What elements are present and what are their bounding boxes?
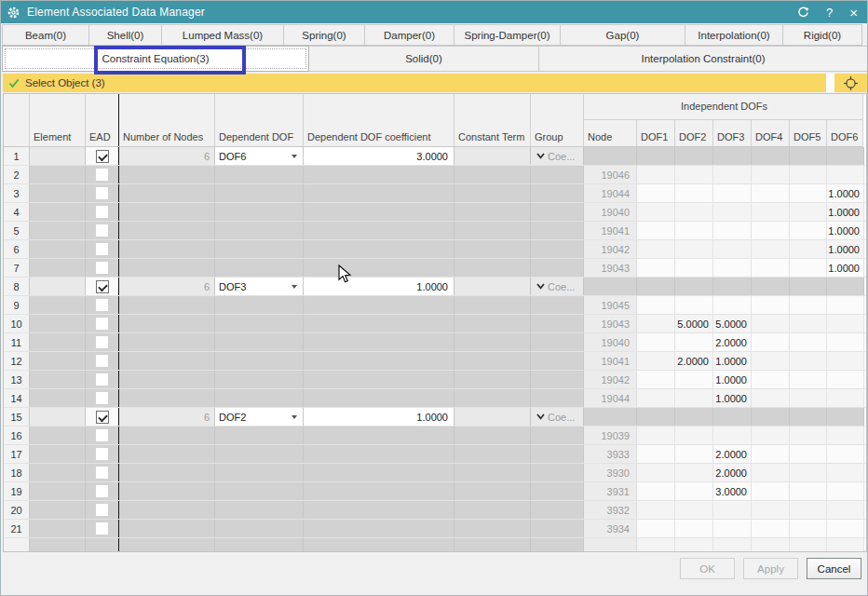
cell-node[interactable]: 3931 xyxy=(584,482,637,500)
row-number[interactable]: 10 xyxy=(4,315,30,332)
row-number[interactable]: 13 xyxy=(4,371,30,388)
cell-dof5[interactable] xyxy=(790,222,827,239)
cell-dof4[interactable] xyxy=(752,166,790,183)
row-number[interactable]: 14 xyxy=(4,389,30,407)
cell-dof1[interactable] xyxy=(637,371,675,388)
cell-dof2[interactable] xyxy=(675,520,713,537)
cell-dof4[interactable] xyxy=(752,203,790,221)
cell-dof2[interactable] xyxy=(675,445,713,463)
pick-target-button[interactable] xyxy=(834,74,867,92)
cell-dof2[interactable]: 2.0000 xyxy=(675,352,713,370)
cell-node[interactable]: 19043 xyxy=(584,315,637,332)
cell-node[interactable]: 19041 xyxy=(584,352,637,370)
cell-dof2[interactable] xyxy=(675,222,713,239)
cell-node[interactable]: 19041 xyxy=(584,222,637,239)
cell-dof2[interactable] xyxy=(675,427,713,444)
cell-dof6[interactable]: 1.0000 xyxy=(827,240,864,258)
tab-gap-0[interactable]: Gap(0) xyxy=(560,24,685,46)
tab-interpolation-constraint-0[interactable]: Interpolation Constraint(0) xyxy=(538,46,868,72)
dependent-dof-coefficient-input[interactable]: 3.0000 xyxy=(304,147,454,165)
row-number[interactable]: 15 xyxy=(4,408,30,426)
cell-dof5[interactable] xyxy=(790,482,827,500)
cell-dof3[interactable]: 1.0000 xyxy=(713,371,752,388)
row-number[interactable]: 21 xyxy=(4,520,30,537)
cell-dof3[interactable]: 2.0000 xyxy=(713,333,752,351)
cell-dof2[interactable] xyxy=(675,184,713,202)
ead-checkbox[interactable] xyxy=(96,187,108,199)
cell-dof1[interactable] xyxy=(637,445,675,463)
cell-dof5[interactable] xyxy=(790,389,827,407)
cell-dof6[interactable]: 1.0000 xyxy=(827,222,864,239)
row-number[interactable]: 17 xyxy=(4,445,30,463)
cell-dof4[interactable] xyxy=(752,501,790,519)
ok-button[interactable]: OK xyxy=(680,558,735,579)
ead-checkbox[interactable] xyxy=(96,355,108,367)
cell-dof4[interactable] xyxy=(752,222,790,239)
dependent-dof-select[interactable]: DOF3 xyxy=(215,278,304,295)
cell-dof3[interactable]: 2.0000 xyxy=(713,445,752,463)
ead-checkbox[interactable] xyxy=(96,485,108,497)
cell-dof1[interactable] xyxy=(637,259,675,277)
cell-dof2[interactable] xyxy=(675,296,713,314)
cell-dof4[interactable] xyxy=(752,315,790,332)
apply-button[interactable]: Apply xyxy=(743,558,798,579)
cell-dof4[interactable] xyxy=(752,371,790,388)
cell-dof3[interactable]: 3.0000 xyxy=(713,482,752,500)
cell-dof5[interactable] xyxy=(790,333,827,351)
cell-node[interactable]: 3933 xyxy=(584,445,637,463)
cell-dof3[interactable] xyxy=(713,240,752,258)
cell-dof2[interactable] xyxy=(675,203,713,221)
row-number[interactable]: 3 xyxy=(4,184,30,202)
tab-lumped-mass-0[interactable]: Lumped Mass(0) xyxy=(161,24,284,46)
cell-dof2[interactable] xyxy=(675,482,713,500)
cell-dof6[interactable] xyxy=(827,445,864,463)
cell-dof4[interactable] xyxy=(752,427,790,444)
dependent-dof-select[interactable]: DOF2 xyxy=(215,408,304,426)
cell-dof2[interactable] xyxy=(675,240,713,258)
cell-node[interactable]: 3932 xyxy=(584,501,637,519)
tab-solid-0[interactable]: Solid(0) xyxy=(308,46,539,72)
cell-node[interactable]: 19045 xyxy=(584,296,637,314)
cell-dof6[interactable]: 1.0000 xyxy=(827,184,864,202)
cell-dof2[interactable] xyxy=(675,166,713,183)
cell-dof1[interactable] xyxy=(637,203,675,221)
cell-dof1[interactable] xyxy=(637,427,675,444)
cell-dof1[interactable] xyxy=(637,464,675,481)
row-number[interactable]: 11 xyxy=(4,333,30,351)
cell-dof1[interactable] xyxy=(637,296,675,314)
cell-dof6[interactable] xyxy=(827,520,864,537)
ead-checkbox[interactable] xyxy=(96,318,108,330)
titlebar[interactable]: Element Associated Data Manager ?× xyxy=(1,1,868,23)
row-number[interactable]: 5 xyxy=(4,222,30,239)
cell-dof6[interactable] xyxy=(827,427,864,444)
cell-dof1[interactable] xyxy=(637,352,675,370)
cell-dof1[interactable] xyxy=(637,184,675,202)
cell-dof6[interactable] xyxy=(827,166,864,183)
cell-dof1[interactable] xyxy=(637,520,675,537)
cell-dof4[interactable] xyxy=(752,445,790,463)
ead-checkbox[interactable] xyxy=(96,169,108,181)
cell-dof5[interactable] xyxy=(790,427,827,444)
cell-dof1[interactable] xyxy=(637,166,675,183)
cell-dof5[interactable] xyxy=(790,184,827,202)
ead-checkbox[interactable] xyxy=(96,206,108,218)
ead-checkbox[interactable] xyxy=(96,150,109,163)
cell-dof5[interactable] xyxy=(790,371,827,388)
ead-checkbox[interactable] xyxy=(96,299,108,311)
cell-dof4[interactable] xyxy=(752,538,790,551)
cell-dof5[interactable] xyxy=(790,520,827,537)
cell-dof4[interactable] xyxy=(752,352,790,370)
cell-dof6[interactable] xyxy=(827,464,864,481)
cell-dof6[interactable] xyxy=(827,315,864,332)
cell-dof3[interactable] xyxy=(713,427,752,444)
cell-dof1[interactable] xyxy=(637,501,675,519)
ead-checkbox[interactable] xyxy=(96,429,108,441)
row-number[interactable]: 20 xyxy=(4,501,30,519)
ead-checkbox[interactable] xyxy=(96,522,108,535)
row-number[interactable]: 2 xyxy=(4,166,30,183)
row-number[interactable]: 4 xyxy=(4,203,30,221)
cell-dof6[interactable] xyxy=(827,352,864,370)
row-number[interactable]: 18 xyxy=(4,464,30,481)
row-number[interactable]: 8 xyxy=(4,278,30,295)
cell-dof6[interactable] xyxy=(827,538,864,551)
